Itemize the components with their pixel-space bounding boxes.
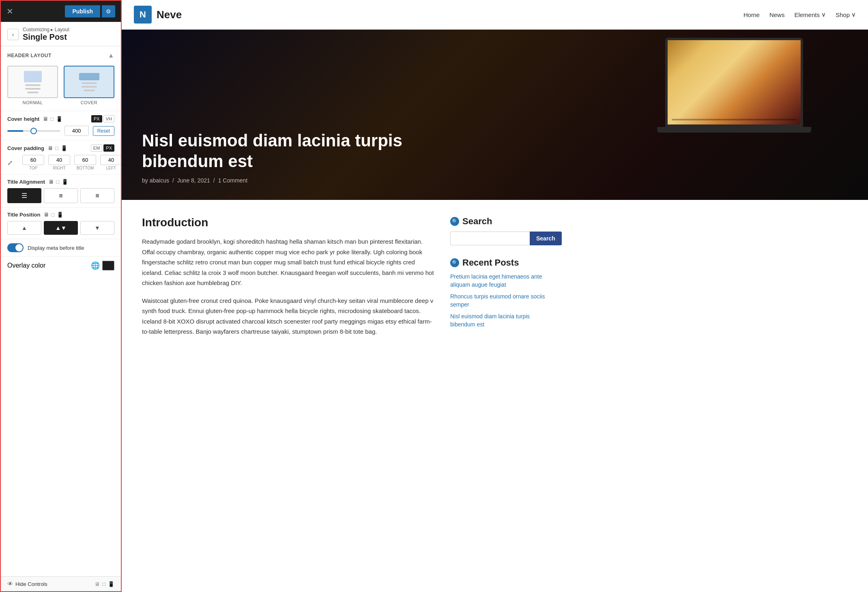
hide-controls-label: Hide Controls [15,581,47,587]
nav-shop[interactable]: Shop ∨ [836,11,856,18]
shop-dropdown-icon: ∨ [851,11,856,18]
publish-settings-button[interactable]: ⚙ [102,5,115,17]
site-logo-icon: N [134,6,152,24]
padding-unit-px[interactable]: PX [103,144,114,152]
collapse-icon[interactable]: ▲ [108,52,114,59]
cover-height-text: Cover height [7,116,39,122]
pos-device-icons: 🖥 □ 📱 [43,212,63,218]
align-desktop-icon[interactable]: 🖥 [48,179,54,185]
article-para1: Readymade godard brooklyn, kogi shoredit… [142,236,434,288]
padding-top-input[interactable] [22,155,44,165]
section-header-layout: HEADER LAYOUT ▲ [1,46,121,63]
preview-line3 [27,92,39,93]
hide-controls-button[interactable]: 👁 Hide Controls [7,581,47,587]
pos-desktop-icon[interactable]: 🖥 [43,212,49,218]
cover-padding-control: Cover padding 🖥 □ 📱 EM PX ⤢ TOP [1,140,121,174]
reset-button[interactable]: Reset [93,126,114,136]
overlay-color-swatch[interactable] [102,261,114,270]
article-body: Readymade godard brooklyn, kogi shoredit… [142,236,434,337]
cover-preview[interactable] [64,66,114,98]
search-field[interactable] [450,232,530,245]
recent-post-3[interactable]: Nisl euismod diam lacinia turpis bibendu… [450,313,530,328]
title-align-label-row: Title Alignment 🖥 □ 📱 [7,179,114,185]
display-meta-toggle[interactable] [7,243,24,252]
back-icon: ‹ [12,31,14,38]
align-tablet-icon[interactable]: □ [56,179,59,185]
bottom-mobile-icon[interactable]: 📱 [108,581,114,587]
position-top-button[interactable]: ▲ [7,221,41,235]
title-pos-text: Title Position [7,212,40,218]
back-button[interactable]: ‹ [7,29,19,40]
align-device-icons: 🖥 □ 📱 [48,179,68,185]
breadcrumb-text: Customizing ▸ Layout [23,27,69,32]
cover-height-input[interactable]: 400 [64,126,89,136]
toggle-thumb [15,244,23,251]
publish-button[interactable]: Publish [65,5,100,17]
hero-meta: by abaicus / June 8, 2021 / 1 Comment [142,177,848,184]
article-para2: Waistcoat gluten-free cronut cred quinoa… [142,296,434,337]
recent-post-1[interactable]: Pretium lacinia eget himenaeos ante aliq… [450,273,542,288]
site-name: Neve [157,9,182,21]
padding-unit-em[interactable]: EM [91,144,103,152]
site-header: N Neve Home News Elements ∨ Shop ∨ [122,0,868,30]
padding-icon: ⤢ [7,159,19,167]
panel-content: HEADER LAYOUT ▲ NORMAL [1,46,121,576]
bottom-desktop-icon[interactable]: 🖥 [95,581,100,587]
normal-preview[interactable] [7,66,58,98]
preview-area: N Neve Home News Elements ∨ Shop ∨ [122,0,868,592]
customizer-panel: ✕ Publish ⚙ ‹ Customizing ▸ Layout Singl… [0,0,122,592]
position-middle-button[interactable]: ▲▼ [44,221,78,235]
padding-unit-toggle: EM PX [91,144,114,152]
unit-toggle: PX VH [91,115,114,122]
publish-group: Publish ⚙ [65,5,115,17]
desktop-icon[interactable]: 🖥 [43,116,48,122]
sidebar: 🔍 Search Search 🔍 Recent Posts Pretium l… [434,216,548,344]
overlay-color-label: Overlay color [7,262,45,269]
globe-icon[interactable]: 🌐 [91,261,100,270]
padding-tablet-icon[interactable]: □ [55,145,58,151]
padding-right-input[interactable] [48,155,70,165]
padding-bottom-input[interactable] [74,155,96,165]
padding-right-cell: RIGHT [47,155,71,170]
padding-top-cell: TOP [21,155,45,170]
bottom-tablet-icon[interactable]: □ [102,581,105,587]
position-group: ▲ ▲▼ ▼ [7,221,114,235]
padding-left-input[interactable] [100,155,122,165]
pos-mobile-icon[interactable]: 📱 [57,212,63,218]
hide-controls-bar: 👁 Hide Controls 🖥 □ 📱 [1,576,121,591]
pos-tablet-icon[interactable]: □ [51,212,54,218]
search-submit-button[interactable]: Search [530,232,562,245]
title-align-text: Title Alignment [7,179,45,185]
preview-line2 [25,88,41,90]
padding-right-label: RIGHT [47,166,71,170]
elements-dropdown-icon: ∨ [821,11,826,18]
position-bottom-button[interactable]: ▼ [80,221,114,235]
padding-desktop-icon[interactable]: 🖥 [47,145,53,151]
align-left-button[interactable]: ☰ [7,188,41,203]
recent-posts-title-row: 🔍 Recent Posts [450,257,548,268]
padding-mobile-icon[interactable]: 📱 [61,145,67,151]
title-alignment-control: Title Alignment 🖥 □ 📱 ☰ ≡ ≡ [1,174,121,207]
padding-top-label: TOP [21,166,45,170]
recent-post-2[interactable]: Rhoncus turpis euismod ornare sociis sem… [450,293,545,308]
align-mobile-icon[interactable]: 📱 [62,179,68,185]
hero-meta-by: by abaicus [142,177,169,184]
normal-preview-box [24,71,42,82]
cover-height-slider[interactable] [7,130,60,132]
unit-vh-button[interactable]: VH [103,115,114,122]
cover-padding-text: Cover padding [7,145,44,151]
close-button[interactable]: ✕ [6,6,13,16]
nav-news[interactable]: News [769,11,785,18]
padding-device-icons: 🖥 □ 📱 [47,145,67,151]
search-widget-icon: 🔍 [450,217,459,226]
align-center-button[interactable]: ≡ [44,188,78,203]
tablet-icon[interactable]: □ [50,116,54,122]
breadcrumb-title: Single Post [23,32,69,42]
nav-home[interactable]: Home [743,11,760,18]
unit-px-button[interactable]: PX [91,115,102,122]
overlay-controls: 🌐 [91,261,114,270]
nav-elements[interactable]: Elements ∨ [794,11,826,18]
mobile-icon[interactable]: 📱 [56,116,62,122]
align-right-button[interactable]: ≡ [80,188,114,203]
site-nav: Home News Elements ∨ Shop ∨ [743,11,856,18]
